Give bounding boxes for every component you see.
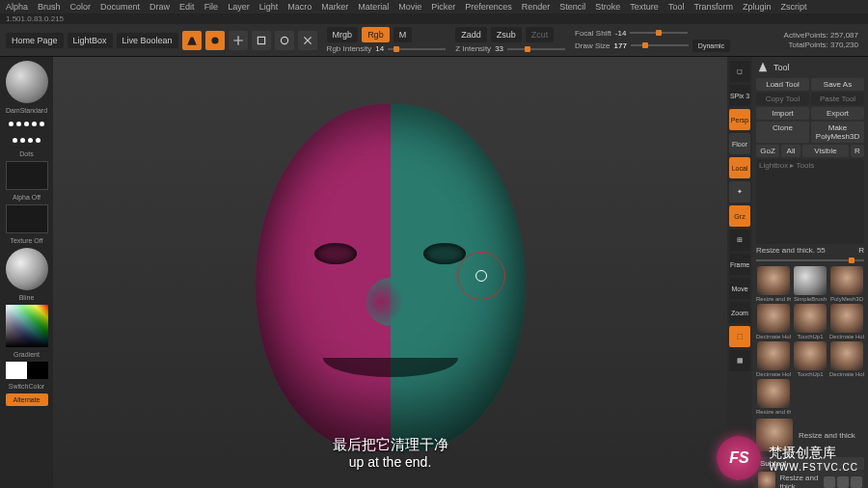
move-button[interactable]: Move (729, 278, 750, 299)
menu-edit[interactable]: Edit (179, 2, 195, 12)
rgb-intensity-value[interactable]: 14 (375, 44, 384, 53)
menu-picker[interactable]: Picker (431, 2, 455, 12)
solo-icon[interactable]: ▦ (729, 350, 750, 371)
lightbox-button[interactable]: LightBox (68, 33, 113, 48)
tool-thumb-4[interactable]: TouchUp1 (793, 304, 827, 339)
tool-thumb-6[interactable]: Decimate Hollow (756, 341, 791, 377)
tool-thumb-7[interactable]: TouchUp1 (793, 341, 827, 377)
menu-alpha[interactable]: Alpha (6, 2, 28, 12)
zcut-button[interactable]: Zcut (526, 27, 555, 42)
xyz-icon[interactable]: ⊞ (729, 230, 750, 251)
draw-mode-icon[interactable] (205, 31, 225, 50)
tool-thumb-9[interactable]: Resize and thick (756, 379, 791, 415)
menu-stroke[interactable]: Stroke (595, 2, 620, 12)
rgb-button[interactable]: Rgb (362, 27, 390, 42)
canvas-viewport[interactable]: 最后把它清理干净 up at the end. (53, 57, 727, 488)
menu-material[interactable]: Material (358, 2, 389, 12)
menu-brush[interactable]: Brush (38, 2, 61, 12)
tool-thumb-8[interactable]: Decimate Hollow (829, 341, 864, 377)
brush-thumbnail[interactable] (6, 61, 48, 103)
bpr-icon[interactable]: ◻ (729, 61, 750, 82)
focal-shift-slider[interactable] (630, 32, 688, 34)
menu-marker[interactable]: Marker (321, 2, 348, 12)
zsub-button[interactable]: Zsub (491, 27, 522, 42)
menu-macro[interactable]: Macro (287, 2, 312, 12)
tool-header[interactable]: Tool (756, 61, 864, 74)
z-intensity-value[interactable]: 33 (495, 44, 503, 53)
alpha-thumbnail[interactable] (6, 161, 48, 190)
spix-button[interactable]: SPix 3 (729, 85, 750, 106)
goz-all-button[interactable]: All (781, 145, 800, 157)
tool-thumb-1[interactable]: SimpleBrush (793, 266, 827, 302)
persp-button[interactable]: Persp (729, 109, 750, 130)
paste-tool-button[interactable]: Paste Tool (811, 93, 864, 105)
menu-layer[interactable]: Layer (228, 2, 250, 12)
save-as-button[interactable]: Save As (811, 78, 864, 91)
tool-thumb-3[interactable]: Decimate Hollow (756, 304, 791, 339)
load-tool-button[interactable]: Load Tool (756, 78, 809, 91)
menu-light[interactable]: Light (259, 2, 279, 12)
total-points-value: 370,230 (830, 41, 858, 49)
make-polymesh-button[interactable]: Make PolyMesh3D (811, 122, 864, 143)
menu-tool[interactable]: Tool (668, 2, 685, 12)
rgb-intensity-slider[interactable] (388, 48, 446, 50)
gizmo-icon[interactable] (298, 31, 317, 50)
switch-color-button[interactable]: SwitchColor (9, 383, 44, 390)
draw-size-slider[interactable] (631, 44, 689, 46)
frame-button[interactable]: Frame (729, 254, 750, 275)
edit-mode-icon[interactable] (182, 31, 202, 50)
menu-preferences[interactable]: Preferences (465, 2, 512, 12)
goz-r-button[interactable]: R (851, 145, 864, 157)
watermark-url: WWW.FSTVC.CC (769, 462, 858, 473)
import-button[interactable]: Import (756, 107, 809, 120)
zoom-button[interactable]: Zoom (729, 302, 750, 323)
floor-button[interactable]: Floor (729, 133, 750, 154)
transform-icon[interactable]: ⬚ (729, 326, 750, 347)
scale-mode-icon[interactable] (252, 31, 271, 50)
alternate-button[interactable]: Alternate (6, 393, 48, 406)
draw-size-value[interactable]: 177 (613, 41, 626, 50)
export-button[interactable]: Export (811, 107, 864, 120)
mrgb-button[interactable]: Mrgb (327, 27, 359, 42)
current-colors[interactable] (6, 362, 48, 379)
rotate-mode-icon[interactable] (275, 31, 294, 50)
dynamic-button[interactable]: Dynamic (692, 40, 730, 52)
collapse-r-icon[interactable]: R (858, 246, 864, 255)
local-button[interactable]: Local (729, 157, 750, 178)
menu-stencil[interactable]: Stencil (559, 2, 585, 12)
m-button[interactable]: M (393, 27, 413, 42)
menu-draw[interactable]: Draw (149, 2, 170, 12)
xpose-icon[interactable]: ✦ (729, 181, 750, 203)
live-boolean-button[interactable]: Live Boolean (117, 33, 178, 48)
focal-shift-value[interactable]: -14 (615, 29, 627, 38)
texture-thumbnail[interactable] (6, 204, 48, 233)
menu-transform[interactable]: Transform (693, 2, 733, 12)
color-picker[interactable] (6, 305, 48, 347)
clone-button[interactable]: Clone (756, 122, 809, 143)
z-intensity-slider[interactable] (507, 48, 565, 50)
goz-visible-button[interactable]: Visible (802, 145, 849, 157)
grz-button[interactable]: Grz (729, 205, 750, 227)
resize-slider-value[interactable]: 55 (817, 246, 826, 255)
gradient-label[interactable]: Gradient (14, 351, 40, 358)
menu-texture[interactable]: Texture (630, 2, 659, 12)
resize-slider[interactable] (756, 259, 864, 261)
menu-color[interactable]: Color (70, 2, 92, 12)
zadd-button[interactable]: Zadd (455, 27, 487, 42)
menu-render[interactable]: Render (522, 2, 551, 12)
move-mode-icon[interactable] (229, 31, 248, 50)
menu-file[interactable]: File (204, 2, 219, 12)
menu-zscript[interactable]: Zscript (781, 2, 807, 12)
lightbox-tools-button[interactable]: Lightbox ▸ Tools (756, 159, 864, 244)
menu-zplugin[interactable]: Zplugin (743, 2, 772, 12)
menu-movie[interactable]: Movie (398, 2, 421, 12)
home-page-button[interactable]: Home Page (6, 33, 64, 48)
material-thumbnail[interactable] (6, 248, 48, 290)
tool-thumb-2[interactable]: PolyMesh3D (829, 266, 864, 302)
stroke-thumbnail[interactable] (6, 118, 48, 147)
goz-button[interactable]: GoZ (756, 145, 779, 157)
copy-tool-button[interactable]: Copy Tool (756, 93, 809, 105)
menu-document[interactable]: Document (100, 2, 140, 12)
tool-thumb-5[interactable]: Decimate Hollow 4 (829, 304, 864, 339)
tool-thumb-0[interactable]: Resize and thick (756, 266, 791, 302)
